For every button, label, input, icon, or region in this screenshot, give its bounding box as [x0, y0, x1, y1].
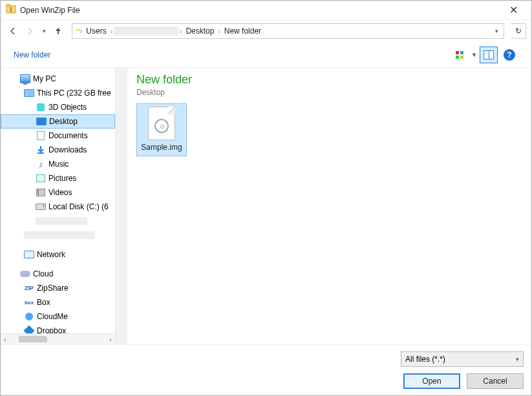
address-dropdown-caret[interactable]: ▾ — [491, 28, 502, 34]
open-file-dialog: Open WinZip File ✕ ▾ › Users › › Desktop… — [0, 0, 532, 396]
forward-button[interactable] — [23, 24, 37, 38]
cancel-button-label: Cancel — [483, 377, 507, 386]
file-type-filter[interactable]: All files (*.*) ▾ — [401, 351, 524, 367]
file-name: Sample.img — [141, 143, 182, 152]
cancel-button[interactable]: Cancel — [467, 373, 524, 389]
documents-icon — [36, 130, 46, 141]
videos-icon — [36, 187, 46, 198]
open-button-label: Open — [422, 377, 441, 386]
tree-node-desktop[interactable]: Desktop — [1, 114, 115, 129]
tree-label: Downloads — [48, 145, 87, 154]
scroll-thumb[interactable] — [19, 336, 47, 342]
tree-view[interactable]: My PC This PC (232 GB free 3D Objects De… — [1, 68, 115, 333]
tree-node-music[interactable]: ♪ Music — [1, 157, 115, 171]
view-grid-icon — [456, 51, 463, 59]
svg-rect-2 — [10, 7, 12, 12]
window-title: Open WinZip File — [20, 6, 80, 15]
breadcrumb-segment[interactable]: Users — [83, 26, 109, 36]
winzip-icon — [6, 4, 16, 16]
refresh-button[interactable]: ↻ — [511, 23, 526, 39]
music-icon: ♪ — [36, 159, 46, 169]
preview-pane-button[interactable] — [480, 47, 498, 63]
pc-icon — [20, 74, 30, 84]
file-item[interactable]: Sample.img — [136, 103, 187, 156]
monitor-icon — [24, 88, 34, 98]
tree-node-zipshare[interactable]: ZIP ZipShare — [1, 281, 115, 295]
content-pane[interactable]: New folder Desktop Sample.img — [127, 68, 531, 344]
tree-node-videos[interactable]: Videos — [1, 185, 115, 200]
tree-node-pictures[interactable]: Pictures — [1, 171, 115, 185]
tree-label: Videos — [48, 188, 72, 197]
svg-rect-1 — [6, 5, 10, 6]
content-area: New folder Desktop Sample.img — [116, 68, 531, 344]
breadcrumb-separator: › — [109, 28, 114, 35]
new-folder-button[interactable]: New folder — [14, 50, 50, 59]
box-icon: box — [24, 297, 34, 307]
desktop-icon — [36, 116, 47, 127]
preview-pane-icon — [484, 50, 494, 59]
sidebar-horiz-scrollbar[interactable]: ‹ › — [1, 333, 115, 344]
scroll-left-icon[interactable]: ‹ — [1, 336, 10, 343]
tree-label: Network — [37, 250, 65, 259]
tree-label: Desktop — [49, 117, 78, 126]
tree-label: Cloud — [33, 269, 53, 278]
breadcrumb-separator: › — [178, 28, 183, 35]
dropbox-icon — [24, 326, 34, 333]
tree-node-mypc[interactable]: My PC — [1, 72, 115, 86]
title-bar: Open WinZip File ✕ — [1, 1, 531, 20]
tree-node-downloads[interactable]: Downloads — [1, 143, 115, 157]
svg-rect-3 — [37, 152, 44, 154]
tree-node-documents[interactable]: Documents — [1, 129, 115, 143]
scroll-right-icon[interactable]: › — [106, 336, 115, 343]
tree-node-dropbox[interactable]: Dropbox — [1, 324, 115, 333]
view-options-button[interactable] — [451, 47, 469, 63]
3dobjects-icon — [36, 102, 46, 112]
file-grid: Sample.img — [136, 103, 522, 156]
breadcrumb-segment-hidden[interactable] — [114, 26, 178, 36]
breadcrumb-segment[interactable]: Desktop — [183, 26, 217, 36]
recent-locations-button[interactable]: ▾ — [39, 28, 48, 34]
back-button[interactable] — [6, 24, 20, 38]
tree-node-cloudme[interactable]: CloudMe — [1, 309, 115, 324]
network-icon — [24, 249, 34, 260]
tree-node-hidden[interactable] — [1, 228, 115, 242]
tree-node-box[interactable]: box Box — [1, 295, 115, 309]
nav-bar: ▾ › Users › › Desktop › New folder ▾ ↻ — [1, 20, 531, 42]
downloads-icon — [36, 145, 46, 155]
tree-label: Box — [37, 298, 50, 307]
tree-label: Dropbox — [37, 326, 66, 333]
up-button[interactable] — [51, 24, 65, 38]
file-thumb-icon — [148, 107, 175, 140]
toolbar: New folder ▼ ? — [1, 42, 531, 68]
tree-label: Local Disk (C:) (6 — [48, 202, 109, 211]
address-bar[interactable]: › Users › › Desktop › New folder ▾ — [72, 23, 504, 39]
content-left-gutter — [116, 68, 127, 344]
folder-subtitle: Desktop — [136, 88, 522, 97]
cloud-icon — [20, 269, 30, 279]
cloudme-icon — [24, 311, 34, 322]
tree-node-network[interactable]: Network — [1, 247, 115, 262]
file-type-filter-label: All files (*.*) — [405, 355, 445, 364]
tree-node-3dobjects[interactable]: 3D Objects — [1, 100, 115, 114]
tree-label: Documents — [48, 131, 88, 140]
help-button[interactable]: ? — [500, 47, 518, 63]
bottom-bar: All files (*.*) ▾ Open Cancel — [1, 344, 531, 395]
close-button[interactable]: ✕ — [500, 4, 526, 16]
tree-node-localdisk[interactable]: Local Disk (C:) (6 — [1, 200, 115, 214]
sidebar: My PC This PC (232 GB free 3D Objects De… — [1, 68, 116, 344]
tree-label: My PC — [33, 74, 56, 83]
tree-label: CloudMe — [37, 312, 68, 321]
help-icon: ? — [504, 49, 515, 61]
open-button[interactable]: Open — [403, 373, 460, 389]
view-options-caret[interactable]: ▼ — [471, 52, 477, 58]
tree-label: 3D Objects — [48, 103, 87, 112]
pictures-icon — [36, 173, 46, 183]
main-area: My PC This PC (232 GB free 3D Objects De… — [1, 68, 531, 344]
tree-label: Music — [48, 160, 69, 169]
tree-node-thispc[interactable]: This PC (232 GB free — [1, 86, 115, 100]
tree-node-cloud[interactable]: Cloud — [1, 267, 115, 281]
disk-icon — [36, 202, 46, 212]
breadcrumb-separator: › — [217, 28, 221, 35]
tree-node-hidden[interactable] — [1, 214, 115, 228]
breadcrumb-segment[interactable]: New folder — [222, 26, 264, 36]
